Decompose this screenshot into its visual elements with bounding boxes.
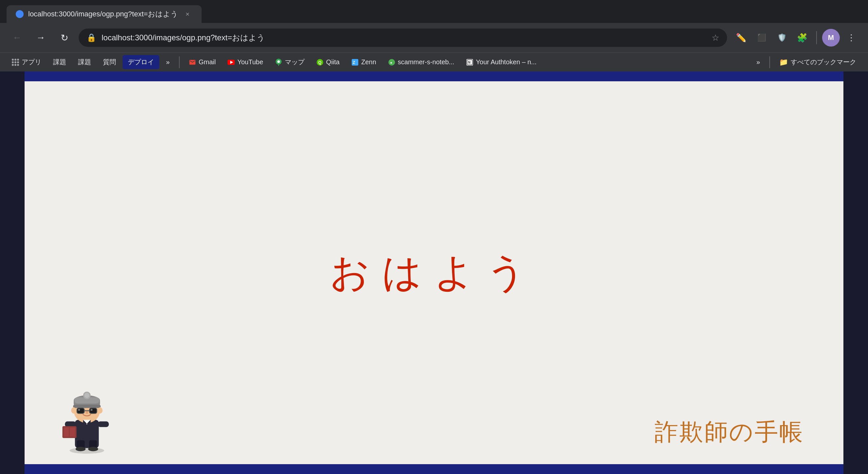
bookmark-apps[interactable]: アプリ	[6, 55, 46, 69]
ogp-main-text: おはよう	[330, 246, 538, 299]
bookmark-kadai2-label: 課題	[78, 58, 91, 67]
bookmarks-right-section: » 📁 すべてのブックマーク	[751, 55, 862, 69]
svg-point-41	[98, 407, 102, 414]
svg-text:Z: Z	[353, 60, 355, 65]
pencil-button[interactable]: ✏️	[732, 29, 750, 46]
maps-icon	[275, 59, 282, 66]
bookmark-qiita[interactable]: Q Qiita	[311, 56, 345, 68]
bookmark-kadai2[interactable]: 課題	[73, 55, 96, 69]
navigation-bar: ← → ↻ 🔒 localhost:3000/images/ogp.png?te…	[0, 23, 868, 53]
svg-point-13	[69, 447, 104, 454]
back-icon: ←	[12, 32, 22, 43]
url-text: localhost:3000/images/ogp.png?text=おはよう	[102, 32, 706, 43]
shield-button[interactable]: 🛡️	[773, 29, 790, 46]
camlink-icon: ⬛	[757, 33, 766, 42]
more-bookmarks-icon: »	[166, 58, 169, 66]
youtube-icon	[227, 59, 235, 66]
svg-text:Q: Q	[318, 60, 321, 65]
scammer-icon: ●	[388, 59, 395, 66]
svg-point-38	[90, 409, 92, 411]
tab-title: localhost:3000/images/ogp.png?text=おはよう	[28, 9, 178, 19]
bookmark-youtube[interactable]: YouTube	[222, 56, 269, 68]
bookmark-shitsumon-label: 質問	[103, 58, 116, 67]
all-bookmarks-button[interactable]: 📁 すべてのブックマーク	[774, 55, 862, 69]
character-illustration	[54, 382, 120, 454]
bookmark-kadai1[interactable]: 課題	[48, 55, 71, 69]
bookmark-youtube-label: YouTube	[237, 58, 263, 66]
tab-favicon	[16, 10, 24, 18]
notion-icon: N	[466, 59, 473, 66]
ogp-image-area: おはよう	[25, 81, 843, 464]
bookmark-star-icon[interactable]: ☆	[712, 33, 719, 43]
bookmarks-bar: アプリ 課題 課題 質問 デプロイ » Gmail YouTube	[0, 53, 868, 71]
bookmark-qiita-label: Qiita	[326, 58, 340, 66]
svg-point-17	[76, 447, 86, 451]
svg-text:●: ●	[390, 61, 392, 65]
shield-icon: 🛡️	[778, 33, 786, 42]
bookmarks-divider	[179, 56, 180, 68]
tab-close-button[interactable]: ×	[183, 9, 192, 19]
more-bookmarks2-button[interactable]: »	[751, 56, 766, 69]
all-bookmarks-label: すべてのブックマーク	[790, 58, 856, 67]
bookmark-deploy[interactable]: デプロイ	[123, 55, 159, 69]
svg-point-30	[84, 393, 89, 398]
bookmark-scammer-label: scammer-s-noteb...	[398, 58, 454, 66]
page-footer-bar	[25, 464, 843, 474]
back-button[interactable]: ←	[8, 29, 26, 47]
active-tab[interactable]: localhost:3000/images/ogp.png?text=おはよう …	[6, 5, 202, 23]
extensions-icon: 🧩	[797, 33, 807, 43]
bookmark-gmail[interactable]: Gmail	[184, 56, 221, 68]
blog-title: 詐欺師の手帳	[655, 416, 804, 448]
bookmark-authtoken-label: Your Authtoken – n...	[476, 58, 536, 66]
svg-point-39	[86, 411, 88, 414]
svg-point-37	[78, 409, 80, 411]
tab-bar: localhost:3000/images/ogp.png?text=おはよう …	[0, 0, 868, 23]
bookmark-apps-label: アプリ	[22, 58, 41, 67]
address-bar[interactable]: 🔒 localhost:3000/images/ogp.png?text=おはよ…	[79, 29, 727, 47]
bookmark-gmail-label: Gmail	[199, 58, 216, 66]
bookmark-shitsumon[interactable]: 質問	[98, 55, 121, 69]
profile-initial: M	[828, 33, 834, 42]
nav-actions: ✏️ ⬛ 🛡️ 🧩 M ⋮	[732, 29, 860, 46]
qiita-icon: Q	[316, 59, 323, 66]
bookmark-deploy-label: デプロイ	[128, 58, 154, 67]
bookmark-maps[interactable]: マップ	[270, 55, 310, 69]
profile-button[interactable]: M	[822, 29, 840, 46]
forward-icon: →	[36, 32, 45, 43]
more-bookmarks-button[interactable]: »	[161, 56, 175, 69]
browser-chrome: localhost:3000/images/ogp.png?text=おはよう …	[0, 0, 868, 71]
reload-button[interactable]: ↻	[55, 29, 73, 47]
svg-text:N: N	[468, 61, 470, 64]
svg-rect-31	[73, 405, 101, 408]
bookmark-kadai1-label: 課題	[53, 58, 66, 67]
svg-point-40	[71, 407, 76, 414]
bookmark-scammer[interactable]: ● scammer-s-noteb...	[383, 56, 460, 68]
folder-icon: 📁	[779, 58, 788, 67]
extensions-button[interactable]: 🧩	[793, 29, 811, 46]
camlink-button[interactable]: ⬛	[753, 29, 770, 46]
svg-point-3	[277, 60, 280, 63]
right-margin	[843, 71, 868, 474]
bookmark-maps-label: マップ	[285, 58, 305, 67]
gmail-icon	[189, 59, 196, 66]
reload-icon: ↻	[61, 32, 68, 43]
forward-button[interactable]: →	[31, 29, 50, 47]
bookmark-authtoken[interactable]: N Your Authtoken – n...	[461, 56, 542, 68]
pencil-icon: ✏️	[736, 33, 746, 43]
svg-point-18	[88, 447, 98, 451]
page-area: おはよう	[0, 71, 868, 474]
zenn-icon: Z	[351, 59, 359, 66]
nav-divider	[816, 31, 817, 44]
lock-icon: 🔒	[87, 33, 96, 42]
bookmark-zenn[interactable]: Z Zenn	[346, 56, 381, 68]
more-bookmarks2-icon: »	[756, 58, 760, 66]
menu-icon: ⋮	[847, 33, 856, 43]
bookmarks-divider2	[769, 56, 770, 68]
bookmark-zenn-label: Zenn	[361, 58, 376, 66]
left-margin	[0, 71, 25, 474]
svg-rect-23	[98, 421, 108, 427]
page-header-bar	[25, 71, 843, 81]
page-content: おはよう	[25, 71, 843, 474]
apps-icon	[12, 59, 19, 66]
menu-button[interactable]: ⋮	[842, 29, 860, 46]
